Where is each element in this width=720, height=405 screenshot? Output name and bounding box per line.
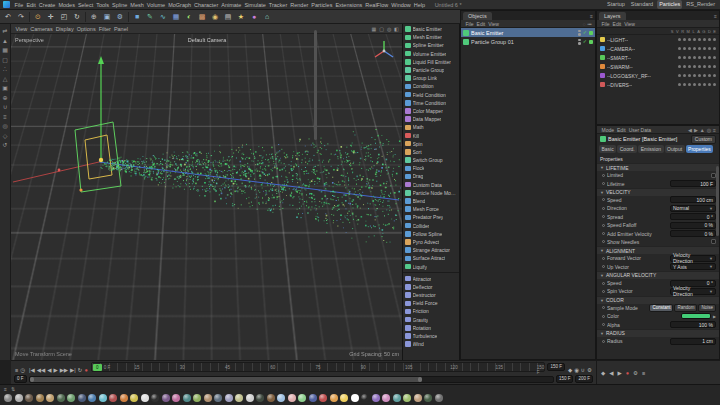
material-swatch[interactable]: [235, 394, 243, 402]
edges-mode-icon[interactable]: △: [3, 76, 8, 82]
layer-row-camera[interactable]: --CAMERA--: [597, 44, 719, 53]
lock-icon[interactable]: ◎: [707, 127, 711, 133]
obj-menu-view[interactable]: View: [487, 21, 501, 27]
menu-mograph[interactable]: MoGraph: [167, 2, 193, 8]
enabled-check-icon[interactable]: ✓: [583, 39, 587, 44]
layer-toggle-icon[interactable]: [678, 47, 681, 50]
render-dot-icon[interactable]: [578, 42, 581, 45]
layer-toggle-icon[interactable]: [678, 56, 681, 59]
layer-color-chip[interactable]: [600, 37, 605, 42]
coord-system-icon[interactable]: ⊕: [88, 11, 100, 23]
layer-toggle-icon[interactable]: [713, 38, 716, 41]
anim-dot-icon[interactable]: [602, 340, 605, 343]
visibility-dots-icon[interactable]: [578, 30, 581, 36]
layer-toggle-icon[interactable]: [683, 65, 686, 68]
palette-item-field-condition[interactable]: Field Condition: [403, 91, 459, 99]
layer-toggle-icon[interactable]: [703, 56, 706, 59]
vp-menu-panel[interactable]: Panel: [112, 26, 129, 32]
history-icon[interactable]: ↺: [2, 142, 7, 148]
attr-tab-basic[interactable]: Basic: [599, 145, 616, 153]
palette-item-liquify[interactable]: Liquify: [403, 262, 459, 270]
section-header-velocity[interactable]: ▼VELOCITY: [597, 188, 719, 196]
obj-menu-edit[interactable]: Edit: [475, 21, 487, 27]
anim-dot-icon[interactable]: [602, 198, 605, 201]
anim-dot-icon[interactable]: [602, 215, 605, 218]
live-selection-icon[interactable]: ⊙: [32, 11, 44, 23]
layer-color-chip[interactable]: [600, 46, 605, 51]
material-swatch[interactable]: [435, 394, 443, 402]
palette-item-group-link[interactable]: Group Link: [403, 74, 459, 82]
range-handle-right[interactable]: [418, 377, 422, 382]
material-swatch[interactable]: [267, 394, 275, 402]
layer-color-chip[interactable]: [600, 73, 605, 78]
material-swatch[interactable]: [88, 394, 96, 402]
menu-particles[interactable]: Particles: [310, 2, 334, 8]
palette-item-blend[interactable]: Blend: [403, 197, 459, 205]
palette-item-attractor[interactable]: Attractor: [403, 275, 459, 283]
material-swatch[interactable]: [424, 394, 432, 402]
vp-menu-options[interactable]: Options: [75, 26, 97, 32]
palette-item-gravity[interactable]: Gravity: [403, 316, 459, 324]
attr-tab-properties[interactable]: Properties: [686, 145, 714, 153]
object-row-basic-emitter[interactable]: Basic Emitter✓: [461, 28, 595, 37]
menu-window[interactable]: Window: [390, 2, 413, 8]
anim-dot-icon[interactable]: [602, 224, 605, 227]
undo-icon[interactable]: ↶: [2, 11, 14, 23]
material-manager-icon[interactable]: ≡: [4, 386, 7, 392]
menu-mesh[interactable]: Mesh: [129, 2, 145, 8]
layer-toggle-icon[interactable]: [713, 65, 716, 68]
field-icon[interactable]: ◐: [183, 11, 195, 23]
render-settings-icon[interactable]: ⚙: [114, 11, 126, 23]
points-mode-icon[interactable]: ∴: [3, 66, 7, 72]
material-swatch[interactable]: [309, 394, 317, 402]
range-bar[interactable]: [30, 377, 423, 382]
material-swatch[interactable]: [403, 394, 411, 402]
vp-menu-display[interactable]: Display: [54, 26, 75, 32]
layer-manager-tab-icons[interactable]: ≡: [714, 12, 717, 20]
layer-toggle-icon[interactable]: [688, 56, 691, 59]
attr-menu-user-data[interactable]: User Data: [627, 127, 653, 133]
layer-menu-file[interactable]: File: [600, 21, 611, 27]
layer-row-smart[interactable]: --SMART--: [597, 53, 719, 62]
layer-toggle-icon[interactable]: [708, 65, 711, 68]
viewport-panel[interactable]: ViewCamerasDisplayOptionsFilterPanel ▦▢◎…: [11, 24, 403, 360]
attr-menu-mode[interactable]: Mode: [600, 127, 616, 133]
layer-row-swarm[interactable]: --SWARM--: [597, 62, 719, 71]
layer-toggle-icon[interactable]: [708, 47, 711, 50]
layer-toggle-icon[interactable]: [688, 47, 691, 50]
anim-dot-icon[interactable]: [602, 315, 605, 318]
up-icon[interactable]: ▲: [700, 127, 705, 133]
material-swatch[interactable]: [246, 394, 254, 402]
layer-color-chip[interactable]: [600, 64, 605, 69]
anim-dot-icon[interactable]: [602, 182, 605, 185]
range-max-field[interactable]: 200 F: [575, 375, 593, 383]
menu-edit[interactable]: Edit: [25, 2, 37, 8]
palette-item-friction[interactable]: Friction: [403, 307, 459, 315]
attribute-scrollbar[interactable]: [716, 166, 719, 236]
palette-item-basic-emitter[interactable]: Basic Emitter: [403, 25, 459, 33]
prev-key-icon[interactable]: ◀◀: [36, 367, 46, 373]
layer-toggle-icon[interactable]: [683, 83, 686, 86]
layer-toggle-icon[interactable]: [713, 83, 716, 86]
palette-item-kill[interactable]: Kill: [403, 131, 459, 139]
layer-toggle-icon[interactable]: [678, 74, 681, 77]
layer-toggle-icon[interactable]: [678, 65, 681, 68]
palette-item-condition[interactable]: Condition: [403, 82, 459, 90]
range-start-field[interactable]: 0 F: [14, 375, 27, 383]
settings-icon[interactable]: ⚙: [632, 368, 639, 378]
layer-toggle-icon[interactable]: [698, 83, 701, 86]
layer-toggle-icon[interactable]: [708, 74, 711, 77]
palette-item-rotation[interactable]: Rotation: [403, 324, 459, 332]
vp-menu-filter[interactable]: Filter: [97, 26, 112, 32]
app-logo-icon[interactable]: [3, 1, 10, 8]
layer-toggle-icon[interactable]: [678, 83, 681, 86]
material-swatch[interactable]: [57, 394, 65, 402]
anim-dot-icon[interactable]: [602, 265, 605, 268]
menu-icon[interactable]: ≡: [641, 368, 646, 378]
viewport-canvas-area[interactable]: Perspective Default Camera Move Transfor…: [11, 34, 403, 360]
frame-ruler[interactable]: 0 0 F153045607590105120135150 F: [91, 362, 546, 372]
menu-help[interactable]: Help: [412, 2, 426, 8]
layout-standard[interactable]: Standard: [629, 0, 655, 9]
menu-tools[interactable]: Tools: [95, 2, 111, 8]
editor-dot-icon[interactable]: [578, 30, 581, 33]
